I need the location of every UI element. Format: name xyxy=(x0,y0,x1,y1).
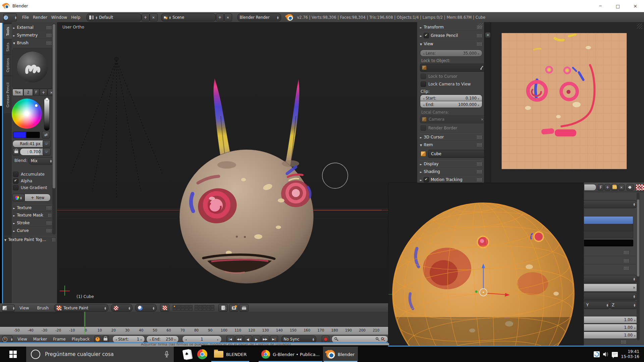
value-slider[interactable] xyxy=(44,98,50,131)
swap-colors-button[interactable]: ⇄ xyxy=(42,131,50,138)
lock-camera-row[interactable]: Lock Camera to View xyxy=(421,81,471,87)
axis-y-dropdown[interactable]: Y xyxy=(584,301,610,309)
brush-slot-button[interactable]: 2 xyxy=(23,89,33,96)
use-gradient-checkbox[interactable] xyxy=(13,185,18,190)
paint-slot-button[interactable]: Pa xyxy=(636,184,644,191)
delete-key-icon[interactable] xyxy=(381,337,385,341)
brush-preview[interactable] xyxy=(12,48,53,89)
fake-user-button[interactable]: F xyxy=(598,184,604,191)
brush-tex-button[interactable]: Tex xyxy=(12,89,23,96)
render-opengl-button[interactable] xyxy=(229,304,238,312)
mode-selector[interactable]: Texture Paint xyxy=(54,304,108,312)
clear-icon[interactable] xyxy=(633,285,636,290)
panel-symmetry[interactable]: Symmetry xyxy=(13,32,51,39)
region-corner-grip[interactable] xyxy=(637,23,642,29)
brush-add-button[interactable]: + xyxy=(40,89,47,96)
panel-texture-mask[interactable]: Texture Mask xyxy=(13,212,51,219)
layers-group-2[interactable] xyxy=(195,305,214,311)
menu-file[interactable]: File xyxy=(20,13,31,21)
cut-panel-grip-1[interactable] xyxy=(624,251,629,254)
time-indicator-button[interactable] xyxy=(94,336,101,343)
panel-3d-cursor[interactable]: 3D Cursor xyxy=(420,133,482,141)
brush-fake-user-button[interactable]: F xyxy=(33,89,39,96)
pivot-selector[interactable] xyxy=(135,304,157,312)
color-swatch-black[interactable] xyxy=(584,240,633,246)
lock-to-cursor-checkbox[interactable] xyxy=(421,74,426,79)
play-reverse-button[interactable]: ◀ xyxy=(244,336,252,343)
accumulate-checkbox[interactable] xyxy=(13,172,18,177)
jump-to-start-button[interactable]: |◀ xyxy=(226,336,234,343)
viewport-3d-secondary[interactable] xyxy=(388,183,584,347)
blend-dropdown[interactable]: Mix xyxy=(29,157,54,165)
next-keyframe-button[interactable]: ▶▶ xyxy=(261,336,269,343)
clip-start-field[interactable]: Start: 0.100 xyxy=(420,95,482,101)
render-border-checkbox[interactable] xyxy=(421,125,426,131)
editor-type-info-button[interactable]: i xyxy=(3,13,17,21)
frame-end-field[interactable]: End: 250 xyxy=(146,336,179,343)
list-row-2[interactable] xyxy=(584,224,633,231)
viewport-shading-selector[interactable] xyxy=(111,304,132,312)
panel-transform[interactable]: Transform xyxy=(420,24,482,31)
axis-z-dropdown[interactable]: Z xyxy=(609,301,638,309)
tab-grease-pencil[interactable]: Grease Pencil xyxy=(4,76,12,113)
new-datablock-button[interactable]: + xyxy=(604,184,610,191)
lens-field[interactable]: Lens: 35.000 xyxy=(420,50,482,57)
secondary-color-swatch[interactable] xyxy=(26,132,40,138)
taskbar-chrome[interactable] xyxy=(194,347,211,362)
use-gradient-row[interactable]: Use Gradient xyxy=(13,185,47,190)
panel-shading[interactable]: Shading xyxy=(420,168,482,175)
cut-panel-grip-4[interactable] xyxy=(621,340,626,344)
selected-list-row[interactable] xyxy=(584,216,633,224)
clear-camera-icon[interactable] xyxy=(481,117,484,122)
tab-options[interactable]: Options xyxy=(4,55,12,75)
eyedropper-icon[interactable] xyxy=(480,65,484,70)
toolshelf-scrollbar[interactable] xyxy=(52,23,56,235)
cut-panel-grip-3[interactable] xyxy=(624,266,629,270)
delete-layout-button[interactable] xyxy=(150,13,158,21)
size-x-field[interactable]: 1.00 xyxy=(584,316,639,323)
record-button[interactable] xyxy=(322,336,329,343)
taskbar-blender-active[interactable]: Blender xyxy=(323,347,358,362)
menu-window[interactable]: Window xyxy=(49,13,69,21)
tray-app-icon[interactable] xyxy=(592,347,601,362)
keying-set-field[interactable] xyxy=(331,336,388,343)
add-scene-button[interactable]: + xyxy=(216,13,224,21)
start-button[interactable] xyxy=(0,347,26,362)
panel-motion-tracking[interactable]: Motion Tracking xyxy=(420,176,482,183)
unlink-button[interactable] xyxy=(619,184,625,191)
close-button[interactable]: × xyxy=(627,0,644,12)
panel-item[interactable]: Item xyxy=(420,141,482,148)
size-z-field[interactable]: 1.00 xyxy=(584,331,639,339)
local-camera-field[interactable]: Camera xyxy=(420,115,484,123)
menu-help[interactable]: Help xyxy=(69,13,82,21)
accumulate-row[interactable]: Accumulate xyxy=(13,172,45,177)
tab-slots[interactable]: Slots xyxy=(4,40,12,54)
props-scrollbar[interactable] xyxy=(637,193,640,340)
render-opengl-anim-button[interactable] xyxy=(239,304,249,312)
sync-dropdown[interactable]: No Sync xyxy=(281,336,317,343)
region-add-button[interactable]: + xyxy=(485,32,491,38)
strength-pressure-button[interactable] xyxy=(43,148,51,156)
editor-type-3dview-button[interactable] xyxy=(2,304,15,312)
tray-clock[interactable]: 19:41 15-03-16 xyxy=(619,347,644,362)
panel-view[interactable]: View xyxy=(420,41,482,47)
panel-brush[interactable]: Brush xyxy=(13,40,51,46)
panel-stroke[interactable]: Stroke xyxy=(13,220,51,227)
strength-lock-button[interactable] xyxy=(12,148,20,156)
lock-to-cursor-row[interactable]: Lock to Cursor xyxy=(421,74,457,79)
tray-volume[interactable] xyxy=(601,347,610,362)
palette-selector[interactable] xyxy=(12,194,24,201)
viewport-menu-brush[interactable]: Brush xyxy=(35,304,51,312)
editor-type-timeline-button[interactable] xyxy=(2,336,13,343)
grease-pencil-checkbox[interactable] xyxy=(424,33,429,38)
palette-new-button[interactable]: +New xyxy=(24,194,51,201)
cut-panel-grip-2[interactable] xyxy=(624,259,629,262)
prev-keyframe-button[interactable]: ◀◀ xyxy=(235,336,243,343)
clip-end-field[interactable]: End: 1000.000 xyxy=(420,101,482,108)
minimize-button[interactable]: ─ xyxy=(592,0,609,12)
panel-display[interactable]: Display xyxy=(420,160,482,168)
menu-render[interactable]: Render xyxy=(31,13,49,21)
current-frame-line[interactable] xyxy=(85,312,85,326)
render-border-row[interactable]: Render Border xyxy=(421,125,458,131)
alpha-row[interactable]: Alpha xyxy=(13,178,32,184)
